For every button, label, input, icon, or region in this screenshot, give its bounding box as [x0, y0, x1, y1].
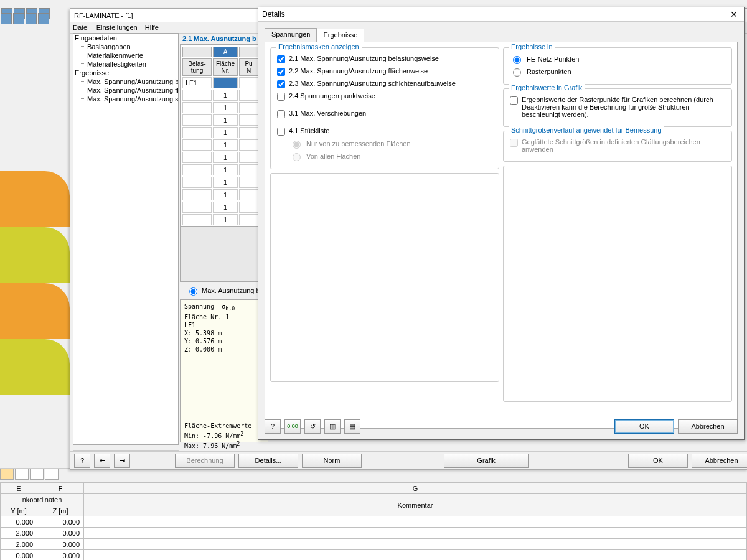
norm-button[interactable]: Norm — [302, 454, 362, 468]
radio-label: FE-Netz-Punkten — [527, 55, 579, 63]
check-label: 2.2 Max. Spannung/Ausnutzung flächenweis… — [289, 67, 428, 75]
tree-group-eingabedaten[interactable]: Eingabedaten — [73, 34, 178, 42]
table-cell[interactable]: 1 — [213, 139, 238, 151]
fieldset-ergebnisse-in: Ergebnisse in FE-Netz-Punkten Rasterpunk… — [503, 47, 732, 85]
check-label: 4.1 Stückliste — [289, 127, 329, 134]
sheet-cell[interactable]: 0.000 — [37, 516, 84, 528]
dialog-titlebar[interactable]: Details ✕ — [258, 7, 744, 22]
sheet-cell[interactable]: 0.000 — [1, 516, 37, 528]
calculate-button[interactable]: Berechnung — [175, 454, 235, 468]
table-row-label[interactable]: LF1 — [182, 77, 212, 88]
table-cell-selected[interactable] — [213, 77, 238, 88]
check-31[interactable] — [277, 110, 285, 118]
sheet-cell[interactable]: 0.000 — [37, 539, 84, 550]
tree-item[interactable]: Materialfestigkeiten — [73, 60, 178, 68]
table-cell[interactable]: 1 — [213, 152, 238, 163]
toolbar-icon[interactable] — [13, 13, 24, 24]
grafik-button[interactable]: Grafik — [444, 454, 529, 468]
tab-ergebnisse[interactable]: Ergebnisse — [316, 29, 364, 42]
next-icon[interactable]: ⇥ — [114, 454, 130, 468]
check-24[interactable] — [277, 93, 285, 101]
dialog-title: Details — [262, 10, 285, 19]
tree-item[interactable]: Max. Spannung/Ausnutzung flä — [73, 86, 178, 95]
table-cell[interactable]: 1 — [213, 177, 238, 188]
col-header-g[interactable]: G — [84, 483, 747, 494]
radio-label: Nur von zu bemessenden Flächen — [306, 140, 411, 147]
radio-nur-bemessen — [293, 141, 301, 149]
sheet-cell[interactable]: 0.000 — [37, 528, 84, 539]
check-21[interactable] — [277, 55, 285, 63]
empty-panel — [270, 173, 499, 382]
navigator-tree[interactable]: Eingabedaten Basisangaben Materialkennwe… — [73, 33, 179, 445]
sheet-cell[interactable]: 0.000 — [37, 550, 84, 561]
col-header-f[interactable]: F — [37, 483, 84, 494]
units-icon[interactable]: 0.00 — [284, 419, 301, 434]
result-table[interactable]: A Belas- tung Fläche Nr. Pu N LF1 1 1 1 … — [180, 44, 261, 282]
tree-item[interactable]: Materialkennwerte — [73, 51, 178, 60]
table-cell[interactable]: 1 — [213, 189, 238, 200]
table-cell[interactable]: 1 — [213, 127, 238, 138]
sheet-cell[interactable]: 0.000 — [1, 550, 37, 561]
help-icon[interactable]: ? — [265, 419, 281, 434]
table-cell[interactable]: 1 — [213, 202, 238, 213]
cancel-button[interactable]: Abbrechen — [678, 419, 738, 434]
table-cell[interactable]: 1 — [213, 102, 238, 113]
check-rasterpunkte-grafik[interactable] — [510, 96, 518, 105]
col-header-y[interactable]: Y [m] — [1, 505, 37, 516]
radio-fe-netz[interactable] — [513, 56, 521, 64]
fieldset-legend: Schnittgrößenverlauf angewendet für Beme… — [509, 126, 664, 134]
check-41[interactable] — [277, 128, 285, 136]
details-button[interactable]: Details... — [238, 454, 298, 468]
close-icon[interactable]: ✕ — [728, 9, 740, 19]
prev-icon[interactable]: ⇤ — [94, 454, 110, 468]
menu-datei[interactable]: Datei — [73, 24, 89, 31]
col-header[interactable]: Pu N — [239, 58, 258, 76]
radio-max-ausnutzung[interactable] — [189, 287, 197, 296]
table-cell[interactable]: 1 — [213, 90, 238, 101]
check-geglaettet — [510, 139, 518, 147]
tab-icon[interactable] — [15, 469, 29, 480]
fieldset-legend: Ergebniswerte in Grafik — [509, 84, 585, 91]
main-toolbar-2 — [0, 12, 71, 26]
fieldset-ergebnismasken: Ergebnismasken anzeigen 2.1 Max. Spannun… — [270, 47, 499, 169]
sheet-cell[interactable]: 2.000 — [1, 528, 37, 539]
col-header-z[interactable]: Z [m] — [37, 505, 84, 516]
tab-spannungen[interactable]: Spannungen — [265, 28, 317, 42]
tab-icon[interactable] — [30, 469, 44, 480]
tab-icon[interactable] — [0, 469, 14, 480]
toolbar-icon[interactable] — [26, 13, 37, 24]
table-cell[interactable]: 1 — [213, 164, 238, 175]
tab-icon[interactable] — [45, 469, 59, 480]
table-cell[interactable]: 1 — [213, 114, 238, 126]
menu-einstellungen[interactable]: Einstellungen — [96, 24, 138, 31]
col-header-a[interactable]: A — [213, 47, 238, 57]
toolbar-icon[interactable] — [38, 13, 49, 24]
radio-raster[interactable] — [513, 68, 521, 77]
ok-button[interactable]: OK — [628, 454, 688, 468]
col-header-e[interactable]: E — [1, 483, 37, 494]
tree-item[interactable]: Max. Spannung/Ausnutzung sc — [73, 95, 178, 103]
tree-item[interactable]: Basisangaben — [73, 42, 178, 51]
check-label: 3.1 Max. Verschiebungen — [289, 110, 366, 117]
dialog-tabs: Spannungen Ergebnisse — [265, 28, 738, 42]
check-22[interactable] — [277, 68, 285, 76]
menu-hilfe[interactable]: Hilfe — [145, 24, 159, 31]
help-icon[interactable]: ? — [74, 454, 90, 468]
toolbar-icon[interactable] — [1, 13, 12, 24]
table-cell[interactable]: 1 — [213, 214, 238, 225]
reset-icon[interactable]: ↺ — [304, 419, 321, 434]
col-header[interactable]: Belas- tung — [182, 58, 212, 76]
ok-button[interactable]: OK — [614, 419, 674, 434]
tree-group-ergebnisse[interactable]: Ergebnisse — [73, 68, 178, 77]
check-23[interactable] — [277, 80, 285, 88]
import-icon[interactable]: ▥ — [324, 419, 341, 434]
cancel-button[interactable]: Abbrechen — [692, 454, 747, 468]
col-header-kommentar[interactable]: Kommentar — [84, 494, 747, 516]
export-icon[interactable]: ▤ — [344, 419, 360, 434]
tree-item[interactable]: Max. Spannung/Ausnutzung be — [73, 77, 178, 86]
spreadsheet[interactable]: E F G nkoordinaten Kommentar Y [m] Z [m]… — [0, 482, 747, 560]
sheet-cell[interactable]: 2.000 — [1, 539, 37, 550]
fieldset-schnittgroessen: Schnittgrößenverlauf angewendet für Beme… — [503, 131, 732, 162]
col-header[interactable]: Fläche Nr. — [213, 58, 238, 76]
empty-panel — [503, 166, 732, 402]
